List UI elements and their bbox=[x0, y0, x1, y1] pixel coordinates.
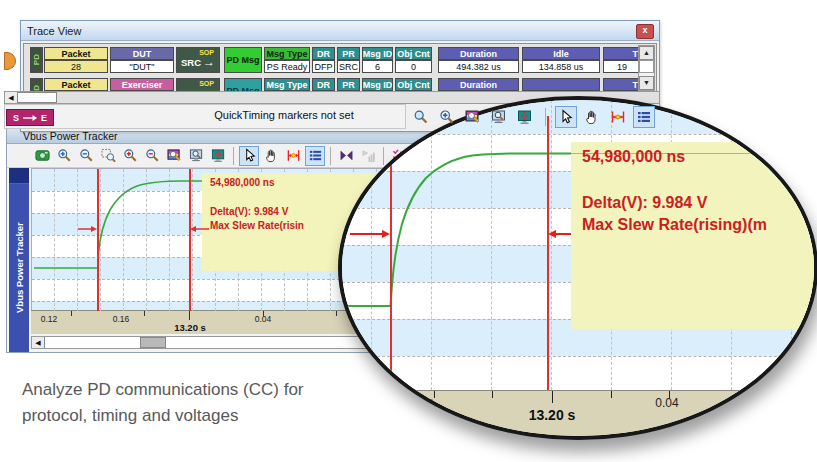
col-header-msg-type: Msg Type bbox=[264, 78, 310, 91]
idle-value: 134.858 us bbox=[522, 60, 600, 73]
col-header-packet: Packet bbox=[44, 78, 108, 91]
col-header-msg-id: Msg ID bbox=[362, 78, 393, 91]
toolbar-separator bbox=[383, 147, 384, 165]
dr-value: DFP bbox=[312, 60, 335, 73]
display-colors-icon[interactable] bbox=[164, 146, 184, 166]
col-header-device: Exerciser bbox=[110, 78, 174, 91]
scroll-up-icon[interactable]: ▲ bbox=[639, 46, 654, 60]
chart-icon[interactable] bbox=[358, 146, 378, 166]
toolbar-separator bbox=[545, 108, 546, 126]
msg-class-cell: PD Msg bbox=[224, 78, 262, 91]
trace-statusbar: S E QuickTiming markers not set bbox=[4, 104, 694, 129]
list-icon[interactable] bbox=[633, 106, 655, 128]
sop-arrow-icon: → bbox=[203, 56, 215, 68]
caption-text: Analyze PD communications (CC) for proto… bbox=[22, 377, 362, 430]
row-type-label: PD bbox=[30, 47, 43, 73]
axis-label: 0.16 bbox=[106, 314, 136, 324]
display-search-icon[interactable] bbox=[488, 106, 510, 128]
display-colors-icon[interactable] bbox=[462, 106, 484, 128]
timing-marker-icon[interactable] bbox=[283, 146, 303, 166]
duration-value: 494.382 us bbox=[438, 60, 519, 73]
table-vscrollbar[interactable]: ▲ ▼ bbox=[638, 45, 655, 91]
hand-icon[interactable] bbox=[261, 146, 281, 166]
col-header-t: T bbox=[603, 78, 641, 91]
col-header-pr: PR bbox=[337, 78, 360, 91]
col-header-t: T bbox=[603, 47, 641, 60]
quicktiming-status: QuickTiming markers not set bbox=[154, 109, 414, 121]
col-header-obj-cnt: Obj Cnt bbox=[395, 78, 432, 91]
screenshot-canvas: Trace View x PD Packet 28 DUT "DUT" SRC … bbox=[0, 0, 817, 462]
col-header-obj-cnt: Obj Cnt bbox=[395, 47, 432, 60]
row-type-label: PD bbox=[30, 78, 43, 91]
col-header-packet: Packet bbox=[44, 47, 108, 60]
axis-center-label: 13.20 s bbox=[165, 322, 215, 333]
slew-rate-value: Max Slew Rate(rising)(m bbox=[582, 216, 767, 234]
vbus-sidebar-label: Vbus Power Tracker bbox=[9, 188, 29, 348]
col-header-idle: Idle bbox=[522, 47, 600, 60]
msg-type-value: PS Ready bbox=[264, 60, 310, 73]
zoom-region-icon[interactable] bbox=[98, 146, 118, 166]
zoom-out-icon[interactable] bbox=[76, 146, 96, 166]
obj-cnt-value: 0 bbox=[395, 60, 432, 73]
timing-marker-icon[interactable] bbox=[607, 106, 629, 128]
camera-icon[interactable] bbox=[32, 146, 52, 166]
col-header-dr: DR bbox=[312, 78, 335, 91]
col-header-msg-type: Msg Type bbox=[264, 47, 310, 60]
t-value: 19 bbox=[603, 60, 641, 73]
col-header-duration: Duration bbox=[438, 78, 519, 91]
cursor-icon[interactable] bbox=[239, 146, 259, 166]
scroll-down-icon[interactable]: ▼ bbox=[639, 76, 654, 90]
col-header-device: DUT bbox=[110, 47, 174, 60]
col-header-dr: DR bbox=[312, 47, 335, 60]
toolbar-separator bbox=[233, 147, 234, 165]
packet-table: PD Packet 28 DUT "DUT" SRC SOP → PD Msg … bbox=[23, 43, 657, 92]
cursor-arrows-icon bbox=[342, 100, 817, 440]
long-arrow-icon bbox=[22, 114, 38, 122]
start-to-end-button[interactable]: S E bbox=[6, 109, 54, 126]
zoom-plus-icon[interactable] bbox=[120, 146, 140, 166]
magnifier-overlay: 54,980,000 ns Delta(V): 9.984 V Max Slew… bbox=[338, 96, 817, 440]
main-toolbar bbox=[408, 104, 657, 129]
cursor-time-value: 54,980,000 ns bbox=[582, 148, 685, 166]
window-title: Trace View bbox=[27, 25, 81, 37]
sidebar-cap bbox=[9, 168, 29, 184]
zoom-in-icon[interactable] bbox=[54, 146, 74, 166]
col-header-idle bbox=[522, 78, 600, 91]
sop-role-cell: SOP → bbox=[176, 78, 220, 91]
packet-row-2[interactable]: PD Packet Exerciser SOP → PD Msg Msg Typ… bbox=[28, 78, 641, 91]
device-name: "DUT" bbox=[110, 60, 174, 73]
toolbar-separator bbox=[330, 147, 331, 165]
axis-label: 0.04 bbox=[248, 314, 278, 324]
sop-role-cell: SRC SOP → bbox=[176, 47, 220, 73]
col-header-msg-id: Msg ID bbox=[362, 47, 393, 60]
cursor-icon[interactable] bbox=[555, 106, 577, 128]
hscroll-thumb[interactable] bbox=[17, 92, 57, 103]
hand-icon[interactable] bbox=[581, 106, 603, 128]
display-arrows-icon[interactable] bbox=[514, 106, 536, 128]
collapse-icon[interactable] bbox=[336, 146, 356, 166]
zoom-minus-icon[interactable] bbox=[142, 146, 162, 166]
row-marker-icon bbox=[4, 52, 16, 70]
msg-class-cell: PD Msg bbox=[224, 47, 262, 73]
vbus-sidebar[interactable]: Vbus Power Tracker bbox=[9, 168, 29, 352]
trace-window-titlebar[interactable]: Trace View x bbox=[21, 21, 659, 41]
zoom-in-icon[interactable] bbox=[436, 106, 458, 128]
close-icon[interactable]: x bbox=[636, 24, 654, 39]
magnifier-icon[interactable] bbox=[410, 106, 432, 128]
pr-value: SRC bbox=[337, 60, 360, 73]
packet-row-1[interactable]: PD Packet 28 DUT "DUT" SRC SOP → PD Msg … bbox=[28, 47, 641, 73]
packet-number: 28 bbox=[44, 60, 108, 73]
axis-label: 0.12 bbox=[34, 314, 64, 324]
scroll-left-icon[interactable]: ◀ bbox=[32, 337, 45, 348]
vbus-hscroll-thumb[interactable] bbox=[140, 337, 166, 348]
vscroll-thumb[interactable] bbox=[639, 60, 654, 73]
col-header-pr: PR bbox=[337, 47, 360, 60]
col-header-duration: Duration bbox=[438, 47, 519, 60]
list-icon[interactable] bbox=[305, 146, 325, 166]
delta-v-value: Delta(V): 9.984 V bbox=[582, 194, 707, 212]
display-arrows-icon[interactable] bbox=[208, 146, 228, 166]
msg-id-value: 6 bbox=[362, 60, 393, 73]
display-search-icon[interactable] bbox=[186, 146, 206, 166]
